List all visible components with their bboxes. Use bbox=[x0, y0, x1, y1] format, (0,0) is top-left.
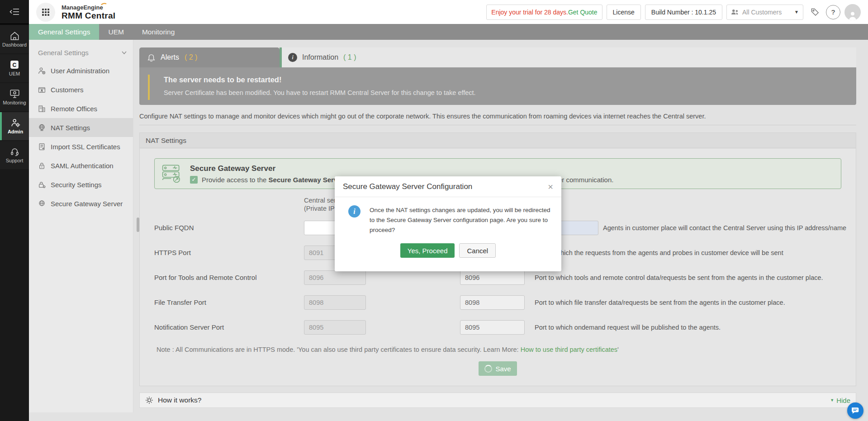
grid-icon bbox=[42, 9, 49, 16]
alert-accent-bar bbox=[148, 75, 150, 100]
bell-icon bbox=[147, 53, 155, 61]
build-number-button[interactable]: Build Number : 10.1.25 bbox=[645, 5, 722, 20]
nav-tab-general-settings[interactable]: General Settings bbox=[29, 24, 99, 40]
notification-port-public-input[interactable] bbox=[460, 320, 525, 335]
sidebar-item-admin[interactable]: Admin bbox=[0, 112, 29, 140]
lock-gear-icon bbox=[38, 181, 46, 189]
license-button[interactable]: License bbox=[607, 5, 641, 20]
field-label: File Transfer Port bbox=[154, 298, 304, 306]
settings-menu: General Settings User Administration Cus… bbox=[29, 40, 133, 412]
secure-gateway-title: Secure Gateway Server bbox=[190, 164, 613, 173]
sidebar-item-monitoring[interactable]: Monitoring bbox=[0, 83, 29, 111]
pricing-tag-button[interactable] bbox=[807, 5, 822, 19]
sidebar-item-support[interactable]: Support bbox=[0, 141, 29, 169]
menu-item-label: User Administration bbox=[51, 67, 109, 75]
cancel-button[interactable]: Cancel bbox=[459, 243, 496, 258]
collapse-sidebar-button[interactable] bbox=[0, 0, 29, 24]
tab-alerts[interactable]: Alerts ( 2 ) bbox=[139, 47, 280, 67]
information-count-badge: ( 1 ) bbox=[343, 53, 356, 61]
sidebar-item-uem[interactable]: C UEM bbox=[0, 54, 29, 82]
question-icon: ? bbox=[831, 8, 835, 16]
menu-item-customers[interactable]: Customers bbox=[29, 80, 133, 99]
headset-icon bbox=[10, 147, 19, 156]
product-logo[interactable]: ManageEngine RMM Central bbox=[62, 4, 115, 20]
admin-user-gear-icon bbox=[11, 118, 20, 127]
users-icon bbox=[731, 9, 739, 15]
tools-port-private-input[interactable] bbox=[304, 270, 366, 285]
rail-label: Admin bbox=[8, 129, 23, 134]
dialog-message: Once the NAT settings changes are update… bbox=[370, 205, 551, 235]
menu-item-label: Remote Offices bbox=[51, 105, 97, 113]
alerts-count-badge: ( 2 ) bbox=[185, 53, 197, 61]
server-icon bbox=[162, 165, 183, 183]
file-transfer-port-private-input[interactable] bbox=[304, 295, 366, 310]
dialog-body: i Once the NAT settings changes are upda… bbox=[335, 197, 561, 235]
monitor-icon bbox=[10, 90, 19, 98]
third-party-certificates-link[interactable]: How to use third party certificates bbox=[521, 346, 617, 353]
tools-port-public-input[interactable] bbox=[460, 270, 525, 285]
field-label: HTTPS Port bbox=[154, 249, 304, 256]
menu-item-secure-gateway-server[interactable]: Secure Gateway Server bbox=[29, 194, 133, 213]
nav-tab-uem[interactable]: UEM bbox=[99, 24, 133, 40]
globe-icon bbox=[38, 124, 46, 132]
panel-title: NAT Settings bbox=[140, 133, 856, 148]
customer-filter-dropdown[interactable]: All Customers ▼ bbox=[726, 5, 803, 20]
file-transfer-port-public-input[interactable] bbox=[460, 295, 525, 310]
field-description: Port to which file transfer data/request… bbox=[525, 299, 856, 306]
menu-item-nat-settings[interactable]: NAT Settings bbox=[29, 118, 133, 137]
menu-item-label: Import SSL Certificates bbox=[51, 143, 120, 151]
app-launcher-button[interactable] bbox=[36, 3, 55, 22]
gear-icon bbox=[145, 396, 153, 404]
yes-proceed-button[interactable]: Yes, Proceed bbox=[400, 243, 455, 258]
app-rail: Dashboard C UEM Monitoring Admin bbox=[0, 0, 29, 421]
gateway-access-checkbox[interactable]: ✓ bbox=[190, 176, 198, 184]
home-icon bbox=[10, 32, 19, 40]
https-note: Note : All Communications are in HTTPS m… bbox=[157, 346, 856, 353]
menu-item-import-ssl-certificates[interactable]: Import SSL Certificates bbox=[29, 137, 133, 156]
alert-title: The server needs to be restarted! bbox=[164, 76, 856, 84]
hide-link[interactable]: ▼ Hide bbox=[830, 397, 850, 404]
field-label: Port for Tools and Remote Control bbox=[154, 274, 304, 281]
svg-text:C: C bbox=[13, 62, 17, 68]
menu-item-remote-offices[interactable]: Remote Offices bbox=[29, 99, 133, 118]
top-header: ManageEngine RMM Central Enjoy your tria… bbox=[29, 0, 868, 24]
field-description: Port to which ondemand request will be p… bbox=[525, 324, 856, 331]
menu-item-security-settings[interactable]: Security Settings bbox=[29, 175, 133, 194]
menu-item-user-administration[interactable]: User Administration bbox=[29, 61, 133, 80]
menu-item-label: NAT Settings bbox=[51, 124, 90, 132]
sidebar-item-dashboard[interactable]: Dashboard bbox=[0, 25, 29, 53]
chat-bubble-icon bbox=[851, 407, 859, 414]
dialog-header: Secure Gateway Server Configuration × bbox=[335, 176, 561, 197]
rail-label: Dashboard bbox=[2, 42, 27, 47]
menu-section-general-settings[interactable]: General Settings bbox=[29, 40, 133, 61]
form-row-file-transfer-port: File Transfer Port Port to which file tr… bbox=[154, 290, 856, 315]
help-button[interactable]: ? bbox=[826, 5, 840, 19]
field-label: Public FQDN bbox=[154, 224, 304, 232]
caret-down-icon: ▼ bbox=[830, 398, 834, 402]
tab-information[interactable]: i Information ( 1 ) bbox=[280, 47, 856, 67]
form-row-notification-port: Notification Server Port Port to which o… bbox=[154, 315, 856, 340]
user-avatar[interactable] bbox=[844, 4, 861, 20]
tag-icon bbox=[811, 8, 819, 16]
gateway-globe-icon bbox=[38, 200, 46, 208]
notification-port-private-input[interactable] bbox=[304, 320, 366, 335]
nav-tab-monitoring[interactable]: Monitoring bbox=[133, 24, 184, 40]
live-chat-button[interactable] bbox=[847, 402, 863, 419]
close-icon[interactable]: × bbox=[548, 182, 553, 191]
tab-alerts-label: Alerts bbox=[161, 53, 179, 61]
uem-icon: C bbox=[10, 60, 19, 69]
save-button[interactable]: Save bbox=[479, 361, 517, 376]
vertical-scrollbar-thumb[interactable] bbox=[137, 218, 139, 232]
trial-text: Enjoy your trial for 28 days. bbox=[491, 9, 568, 16]
field-description: Agents in customer place will contact th… bbox=[525, 224, 856, 232]
how-it-works-title: How it works? bbox=[158, 396, 201, 404]
field-description: Port to which the requests from the agen… bbox=[525, 249, 856, 256]
certificate-icon bbox=[38, 143, 46, 151]
brand-name: ManageEngine bbox=[62, 5, 103, 11]
alert-message: Server Certificate has been modified. Yo… bbox=[164, 89, 856, 96]
get-quote-link[interactable]: Get Quote bbox=[568, 9, 598, 16]
menu-section-label: General Settings bbox=[38, 49, 89, 57]
alert-tabstrip: Alerts ( 2 ) i Information ( 1 ) bbox=[139, 47, 856, 67]
building-icon bbox=[38, 105, 46, 113]
menu-item-saml-authentication[interactable]: SAML Authentication bbox=[29, 156, 133, 175]
